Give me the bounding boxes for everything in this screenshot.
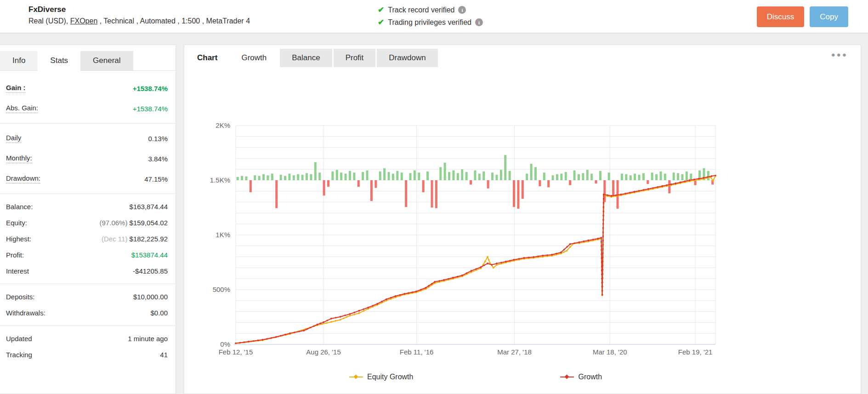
chart-panel: Chart Growth Balance Profit Drawdown ●●●… xyxy=(184,45,861,394)
stat-row-updated: Updated 1 minute ago xyxy=(0,331,176,347)
svg-text:500%: 500% xyxy=(213,286,230,293)
deposits-value: $10,000.00 xyxy=(133,293,168,301)
check-icon: ✔ xyxy=(378,17,384,27)
legend-equity-growth-label: Equity Growth xyxy=(367,373,413,381)
drawdown-label: Drawdown: xyxy=(6,174,40,183)
tab-drawdown[interactable]: Drawdown xyxy=(377,49,437,67)
daily-label: Daily xyxy=(6,134,21,143)
stat-row-balance: Balance: $163,874.44 xyxy=(0,199,176,215)
interest-value: -$41205.85 xyxy=(133,267,168,275)
profit-value: $153874.44 xyxy=(131,251,168,259)
svg-text:Feb 11, '16: Feb 11, '16 xyxy=(400,348,433,356)
tracking-value: 41 xyxy=(160,351,168,359)
account-subtitle: Real (USD), FXOpen , Technical , Automat… xyxy=(28,17,250,25)
equity-value: (97.06%) $159,054.02 xyxy=(100,219,168,227)
monthly-value: 3.84% xyxy=(148,155,168,163)
svg-text:Mar 27, '18: Mar 27, '18 xyxy=(497,348,532,356)
stat-row-drawdown: Drawdown: 47.15% xyxy=(0,169,176,189)
stat-row-abs-gain: Abs. Gain: +1538.74% xyxy=(0,98,176,119)
stat-row-monthly: Monthly: 3.84% xyxy=(0,148,176,169)
stat-row-profit: Profit: $153874.44 xyxy=(0,247,176,263)
legend-item-growth[interactable]: Growth xyxy=(560,373,602,381)
stat-row-deposits: Deposits: $10,000.00 xyxy=(0,289,176,305)
check-icon: ✔ xyxy=(378,5,384,15)
stat-row-tracking: Tracking 41 xyxy=(0,347,176,363)
discuss-button[interactable]: Discuss xyxy=(757,6,805,27)
divider xyxy=(0,325,176,326)
account-type: Real (USD), xyxy=(28,17,70,25)
svg-text:Aug 26, '15: Aug 26, '15 xyxy=(306,348,340,356)
trading-privileges-verified-label: Trading privileges verified xyxy=(388,18,471,27)
tab-info[interactable]: Info xyxy=(0,51,38,70)
tracking-label: Tracking xyxy=(6,351,32,359)
tab-balance[interactable]: Balance xyxy=(280,49,332,67)
balance-label: Balance: xyxy=(6,203,33,211)
info-icon[interactable]: i xyxy=(475,18,483,26)
tab-stats[interactable]: Stats xyxy=(38,51,80,71)
abs-gain-label: Abs. Gain: xyxy=(6,104,38,113)
equity-growth-marker-icon xyxy=(349,375,363,379)
gain-label: Gain : xyxy=(6,84,26,93)
account-header: FxDiverse Real (USD), FXOpen , Technical… xyxy=(0,0,868,33)
trading-privileges-verified: ✔ Trading privileges verified i xyxy=(378,16,483,29)
abs-gain-value: +1538.74% xyxy=(133,105,168,113)
stats-panel-tabs: Info Stats General xyxy=(0,45,176,71)
stat-row-gain: Gain : +1538.74% xyxy=(0,78,176,98)
equity-label: Equity: xyxy=(6,219,27,227)
broker-link[interactable]: FXOpen xyxy=(70,17,98,25)
verification-badges: ✔ Track record verified i ✔ Trading priv… xyxy=(378,4,483,29)
balance-value: $163,874.44 xyxy=(130,203,168,211)
account-attributes: , Technical , Automated , 1:500 , MetaTr… xyxy=(97,17,250,25)
svg-text:1K%: 1K% xyxy=(216,231,230,239)
withdrawals-label: Withdrawals: xyxy=(6,309,45,317)
divider xyxy=(0,194,176,194)
svg-text:0%: 0% xyxy=(220,340,230,348)
track-record-verified: ✔ Track record verified i xyxy=(378,4,483,16)
divider xyxy=(0,123,176,124)
stats-panel: Info Stats General Gain : +1538.74% Abs.… xyxy=(0,45,176,394)
highest-label: Highest: xyxy=(6,235,31,243)
highest-value: (Dec 11) $182,225.92 xyxy=(102,235,168,243)
stats-list: Gain : +1538.74% Abs. Gain: +1538.74% Da… xyxy=(0,71,176,363)
header-actions: Discuss Copy xyxy=(757,6,848,27)
daily-value: 0.13% xyxy=(148,135,168,143)
growth-marker-icon xyxy=(560,375,574,379)
svg-text:Feb 19, '21: Feb 19, '21 xyxy=(678,348,713,356)
growth-chart-plot[interactable]: 0%500%1K%1.5K%2K%Feb 12, '15Aug 26, '15F… xyxy=(184,68,862,367)
legend-item-equity-growth[interactable]: Equity Growth xyxy=(349,373,413,381)
profit-label: Profit: xyxy=(6,251,24,259)
svg-text:Mar 18, '20: Mar 18, '20 xyxy=(593,348,627,356)
highest-date-note: (Dec 11) xyxy=(102,235,130,243)
chart-options-menu-icon[interactable]: ●●● xyxy=(831,51,848,58)
stat-row-interest: Interest -$41205.85 xyxy=(0,263,176,279)
chart-section-label: Chart xyxy=(193,49,229,67)
svg-text:2K%: 2K% xyxy=(216,121,230,129)
info-icon[interactable]: i xyxy=(458,6,466,14)
tab-profit[interactable]: Profit xyxy=(334,49,376,67)
stat-row-highest: Highest: (Dec 11) $182,225.92 xyxy=(0,231,176,247)
svg-text:Feb 12, '15: Feb 12, '15 xyxy=(219,348,253,356)
drawdown-value: 47.15% xyxy=(144,175,168,183)
equity-percent-note: (97.06%) xyxy=(100,219,130,227)
withdrawals-value: $0.00 xyxy=(150,309,168,317)
gain-value: +1538.74% xyxy=(133,85,168,92)
stat-row-daily: Daily 0.13% xyxy=(0,128,176,148)
divider xyxy=(0,284,176,284)
updated-label: Updated xyxy=(6,335,32,343)
stat-row-equity: Equity: (97.06%) $159,054.02 xyxy=(0,215,176,231)
legend-growth-label: Growth xyxy=(578,373,602,381)
svg-text:1.5K%: 1.5K% xyxy=(210,176,230,184)
tab-growth[interactable]: Growth xyxy=(229,49,278,67)
account-title: FxDiverse xyxy=(28,5,66,14)
chart-legend: Equity Growth Growth xyxy=(236,373,715,381)
chart-tabs: Chart Growth Balance Profit Drawdown ●●● xyxy=(184,45,861,67)
tab-general[interactable]: General xyxy=(80,51,133,70)
interest-label: Interest xyxy=(6,267,29,275)
monthly-label: Monthly: xyxy=(6,154,32,163)
track-record-verified-label: Track record verified xyxy=(388,6,454,14)
growth-chart: 0%500%1K%1.5K%2K%Feb 12, '15Aug 26, '15F… xyxy=(184,68,862,344)
deposits-label: Deposits: xyxy=(6,293,35,301)
copy-button[interactable]: Copy xyxy=(810,6,848,27)
updated-value: 1 minute ago xyxy=(128,335,168,343)
stat-row-withdrawals: Withdrawals: $0.00 xyxy=(0,305,176,321)
